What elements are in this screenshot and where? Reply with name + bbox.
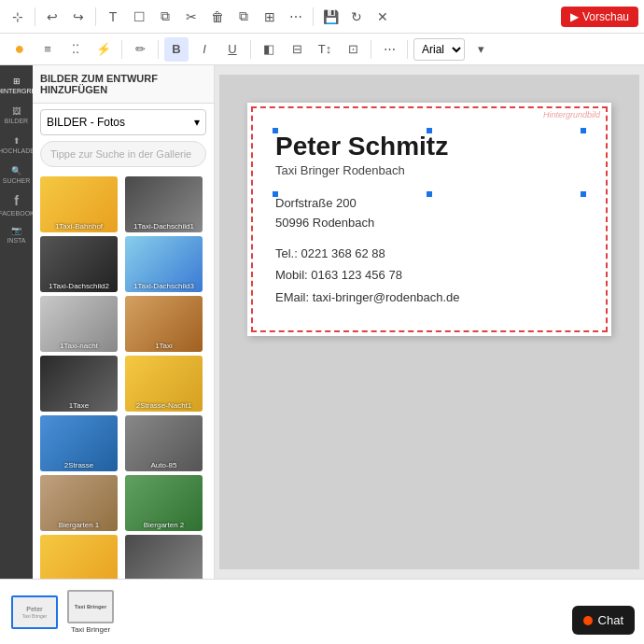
sidebar-item-images[interactable]: 🖼 BILDER (3, 101, 31, 129)
chat-notification-dot (583, 616, 593, 625)
image-thumb[interactable]: 2Strasse (40, 415, 118, 471)
canvas-background: Hintergrundbild Peter Schmitz Taxi Bring… (219, 75, 639, 569)
sidebar-item-upload[interactable]: ⬆ HOCHLADE (3, 131, 31, 159)
image-thumb[interactable]: Biergarten 1 (40, 475, 118, 531)
category-dropdown[interactable]: BILDER - Fotos ▾ (40, 109, 206, 135)
preview-button[interactable]: ▶ Vorschau (561, 7, 638, 27)
image-thumb[interactable]: 1Taxi (125, 296, 203, 352)
sidebar-item-facebook[interactable]: f FACEBOOK (3, 190, 31, 218)
card-watermark: Hintergrundbild (543, 110, 600, 119)
layers-icon[interactable]: ⊞ (258, 5, 282, 29)
image-thumb[interactable]: Auto-85 (125, 415, 203, 471)
image-grid: 1Taxi-Bahnhof1Taxi-Dachschild11Taxi-Dach… (33, 173, 214, 579)
search-icon: 🔍 (11, 166, 21, 175)
category-label: BILDER - Fotos (47, 116, 125, 129)
toolbar-sep-2 (95, 7, 96, 26)
underline-button[interactable]: U (220, 37, 245, 62)
font-select[interactable]: Arial (413, 38, 465, 61)
handle-top-left[interactable] (272, 127, 279, 134)
image-thumb[interactable]: Biergarten 2 (125, 475, 203, 531)
refresh-icon[interactable]: ↻ (344, 5, 369, 29)
card-subtitle: Taxi Bringer Rodenbach (275, 163, 583, 177)
page-thumb-2-wrap: Taxi Bringer Taxi Bringer (67, 590, 114, 635)
image-thumb[interactable]: 1Taxi-Dachschild2 (40, 236, 118, 292)
sidebar-item-background[interactable]: ⊞ HINTERGRB (3, 71, 31, 99)
bullets-icon[interactable]: ⁚⁚ (63, 37, 88, 62)
card-tel: Tel.: 0221 368 62 88 (275, 243, 583, 264)
sidebar-item-facebook-label: FACEBOOK (0, 210, 35, 217)
duplicate-icon[interactable]: ⧉ (153, 5, 177, 29)
draw-icon[interactable]: ✏ (128, 37, 152, 62)
handle-bottom-left[interactable] (272, 190, 279, 198)
redo-icon[interactable]: ↪ (66, 5, 91, 29)
format-sep-3 (250, 40, 251, 59)
color-picker-icon[interactable]: ● (7, 37, 32, 62)
italic-button[interactable]: I (192, 37, 217, 62)
text-size-icon[interactable]: T↕ (313, 37, 337, 62)
image-thumb[interactable]: 1Taxi-Bahnhof (40, 176, 118, 232)
image-thumb[interactable]: 1Taxi-Dachschild3 (125, 236, 203, 292)
cut-icon[interactable]: ✂ (179, 5, 203, 29)
save-icon[interactable]: 💾 (318, 5, 343, 29)
dropdown-arrow-icon: ▾ (194, 116, 200, 129)
card-email: EMail: taxi-bringer@rodenbach.de (275, 287, 583, 308)
format-sep-1 (121, 40, 122, 59)
card-contact: Tel.: 0221 368 62 88 Mobil: 0163 123 456… (275, 243, 583, 308)
image-thumb[interactable]: 1Taxi-nacht (40, 296, 118, 352)
image-thumb[interactable]: Fahrerinnenraum (40, 535, 118, 579)
instagram-icon: 📷 (11, 226, 21, 235)
page-thumb-1[interactable]: Peter Taxi Bringer (11, 595, 58, 629)
image-thumb[interactable]: 2Strasse-Nacht1 (125, 356, 203, 412)
card-address-line2: 50996 Rodenbach (275, 214, 583, 233)
canvas-area: Hintergrundbild Peter Schmitz Taxi Bring… (215, 65, 644, 579)
font-dropdown-icon[interactable]: ▾ (469, 37, 493, 62)
preview-label: Vorschau (582, 10, 629, 23)
business-card[interactable]: Hintergrundbild Peter Schmitz Taxi Bring… (247, 103, 611, 336)
upload-icon: ⬆ (13, 136, 21, 146)
chat-label: Chat (598, 613, 623, 627)
page-thumb-2[interactable]: Taxi Bringer (67, 590, 114, 623)
more-format-icon[interactable]: ⋯ (377, 37, 401, 62)
bold-button[interactable]: B (164, 37, 189, 62)
image-thumb[interactable]: Fahrertaxi (125, 535, 203, 579)
select-tool-icon[interactable]: ⊹ (6, 5, 30, 29)
handle-top-mid[interactable] (426, 127, 433, 134)
page-thumb-2-label: Taxi Bringer (71, 625, 110, 635)
sidebar-item-search-label: SUCHER (3, 177, 31, 184)
search-field[interactable]: Tippe zur Suche in der Gallerie (40, 141, 206, 167)
align-center-text-icon[interactable]: ⊟ (285, 37, 309, 62)
card-content: Peter Schmitz Taxi Bringer Rodenbach Dor… (247, 103, 611, 336)
undo-icon[interactable]: ↩ (40, 5, 64, 29)
text-tool-icon[interactable]: T (101, 5, 125, 29)
handle-bottom-mid[interactable] (426, 190, 433, 198)
close-icon[interactable]: ✕ (371, 5, 395, 29)
name-text-box[interactable]: Peter Schmitz Taxi Bringer Rodenbach (275, 131, 583, 195)
format-sep-5 (407, 40, 408, 59)
card-address: Dorfstraße 200 50996 Rodenbach (275, 194, 583, 233)
sidebar-item-images-label: BILDER (5, 118, 28, 124)
lightning-icon[interactable]: ⚡ (91, 37, 116, 62)
text-fit-icon[interactable]: ⊡ (341, 37, 365, 62)
more-icon[interactable]: ⋯ (284, 5, 308, 29)
sidebar-item-instagram[interactable]: 📷 INSTA (3, 220, 31, 248)
align-left-text-icon[interactable]: ◧ (257, 37, 281, 62)
format-toolbar: ● ≡ ⁚⁚ ⚡ ✏ B I U ◧ ⊟ T↕ ⊡ ⋯ Arial ▾ (0, 34, 644, 65)
align-left-icon[interactable]: ≡ (35, 37, 60, 62)
toolbar-sep-1 (35, 7, 35, 26)
image-thumb[interactable]: 1Taxi-Dachschild1 (125, 176, 203, 232)
image-thumb[interactable]: 1Taxe (40, 356, 118, 412)
delete-icon[interactable]: 🗑 (205, 5, 230, 29)
sidebar-item-search[interactable]: 🔍 SUCHER (3, 161, 31, 189)
chat-button[interactable]: Chat (572, 606, 635, 635)
background-icon: ⊞ (13, 77, 21, 86)
sidebar-item-instagram-label: INSTA (7, 237, 25, 244)
card-mobil: Mobil: 0163 123 456 78 (275, 264, 583, 286)
handle-top-right[interactable] (580, 127, 587, 134)
copy-icon[interactable]: ⧉ (231, 5, 256, 29)
format-sep-4 (371, 40, 371, 59)
handle-bottom-right[interactable] (580, 190, 587, 198)
page-thumb-1-wrap: Peter Taxi Bringer (11, 595, 58, 629)
left-sidebar: ⊞ HINTERGRB 🖼 BILDER ⬆ HOCHLADE 🔍 SUCHER… (0, 65, 33, 579)
facebook-icon: f (14, 193, 19, 208)
shapes-icon[interactable]: ☐ (127, 5, 151, 29)
